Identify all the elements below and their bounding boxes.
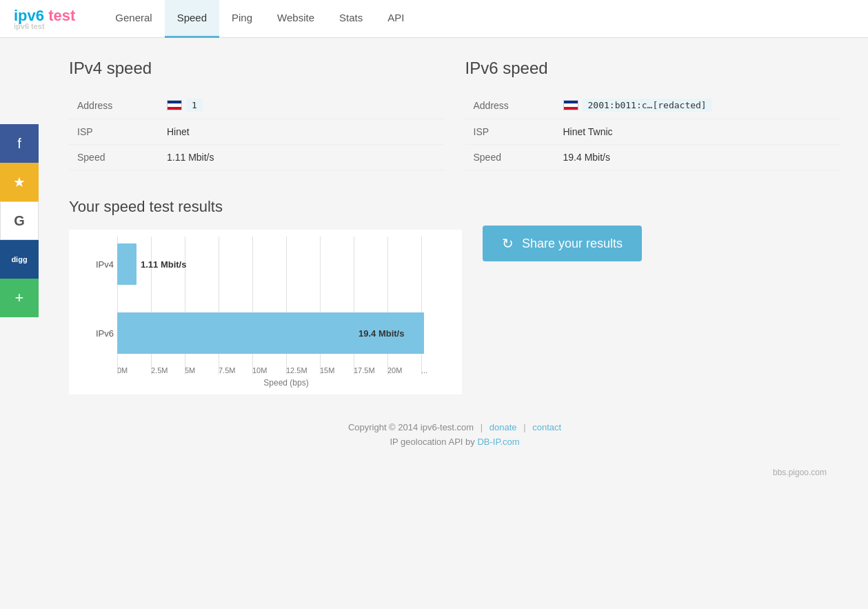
ipv6-speed-row: Speed 19.4 Mbit/s (465, 145, 841, 170)
ipv4-speed-row: Speed 1.11 Mbit/s (69, 145, 445, 170)
chart-side: Your speed test results (69, 198, 462, 395)
nav-website[interactable]: Website (265, 0, 327, 38)
main-content: IPv4 speed Address 1 ISP Hinet (41, 38, 868, 498)
ipv4-address-row: Address 1 (69, 92, 445, 119)
footer-donate-link[interactable]: donate (489, 422, 517, 432)
chart-x-axis: 0M 2.5M 5M 7.5M 10M 12.5M 15M 17.5M 20M … (69, 366, 455, 375)
ipv6-section: IPv6 speed Address 2001:b011:c…[redacted… (465, 59, 841, 170)
x-tick-9: ... (421, 366, 455, 375)
footer-geo-line: IP geolocation API by DB-IP.com (69, 437, 840, 447)
taiwan-flag-ipv6 (563, 100, 578, 110)
x-tick-4: 10M (252, 366, 286, 375)
ipv6-address-row: Address 2001:b011:c…[redacted] (465, 92, 841, 119)
ipv4-isp-value: Hinet (159, 119, 445, 145)
chart-row-ipv4: IPv4 1.11 Mbit/s (117, 243, 455, 285)
ipv6-isp-row: ISP Hinet Twnic (465, 119, 841, 145)
ipv6-speed-value: 19.4 Mbit/s (555, 145, 841, 170)
chart-bar-wrap-ipv6: 19.4 Mbit/s (117, 312, 455, 354)
google-icon: G (14, 213, 25, 229)
chart-bars: IPv4 1.11 Mbit/s IPv6 (69, 237, 455, 361)
ipv4-address-value: 1 (186, 99, 203, 112)
social-sidebar: f ★ G digg + (0, 124, 39, 317)
chart-bar-wrap-ipv4: 1.11 Mbit/s (117, 243, 455, 285)
digg-icon: digg (11, 255, 27, 263)
nav-links: General Speed Ping Website Stats API (103, 0, 416, 38)
footer-contact-link[interactable]: contact (532, 422, 561, 432)
ipv6-address-label: Address (465, 92, 555, 119)
footer-sep1: | (481, 422, 483, 432)
facebook-icon: f (17, 136, 21, 152)
nav-speed[interactable]: Speed (165, 0, 219, 38)
chart-label-ipv6: IPv6 (72, 328, 114, 339)
chart-bar-value-ipv6: 19.4 Mbit/s (359, 328, 404, 339)
footer-copyright-line: Copyright © 2014 ipv6-test.com | donate … (69, 422, 840, 432)
x-tick-6: 15M (320, 366, 354, 375)
ipv6-address-cell: 2001:b011:c…[redacted] (555, 92, 841, 119)
chart-bar-ipv6: 19.4 Mbit/s (117, 312, 424, 354)
ipv6-speed-label: Speed (465, 145, 555, 170)
share-button[interactable]: ↻ Share your results (483, 226, 642, 261)
footer-geo-link[interactable]: DB-IP.com (477, 437, 519, 447)
footer-bottom: bbs.pigoo.com (69, 468, 840, 477)
results-title: Your speed test results (69, 198, 462, 216)
x-tick-0: 0M (117, 366, 151, 375)
x-tick-2: 5M (185, 366, 219, 375)
share-section: ↻ Share your results (483, 198, 840, 261)
ipv6-table: Address 2001:b011:c…[redacted] ISP Hinet… (465, 92, 841, 170)
logo-test: test (44, 7, 75, 24)
ipv4-table: Address 1 ISP Hinet Speed 1.11 Mbit/s (69, 92, 445, 170)
share-icon: ↻ (502, 235, 514, 252)
x-axis-label: Speed (bps) (69, 378, 455, 388)
social-facebook-button[interactable]: f (0, 124, 39, 163)
ipv4-speed-label: Speed (69, 145, 159, 170)
social-bookmark-button[interactable]: ★ (0, 163, 39, 201)
x-tick-1: 2.5M (151, 366, 185, 375)
ipv6-isp-value: Hinet Twnic (555, 119, 841, 145)
ipv4-section: IPv4 speed Address 1 ISP Hinet (69, 59, 445, 170)
plus-icon: + (15, 289, 24, 307)
chart-label-ipv4: IPv4 (72, 259, 114, 270)
chart-row-ipv6: IPv6 19.4 Mbit/s (117, 312, 455, 354)
ipv4-isp-label: ISP (69, 119, 159, 145)
social-more-button[interactable]: + (0, 279, 39, 317)
ipv4-title: IPv4 speed (69, 59, 445, 78)
chart-container: IPv4 1.11 Mbit/s IPv6 (69, 230, 462, 395)
social-digg-button[interactable]: digg (0, 240, 39, 279)
chart-bar-ipv4 (117, 243, 137, 285)
navbar: ipv6 test ipv6 test General Speed Ping W… (0, 0, 868, 38)
x-tick-3: 7.5M (219, 366, 252, 375)
footer: Copyright © 2014 ipv6-test.com | donate … (69, 395, 840, 461)
site-logo: ipv6 test ipv6 test (14, 7, 75, 30)
ipv4-isp-row: ISP Hinet (69, 119, 445, 145)
footer-copyright: Copyright © 2014 ipv6-test.com (348, 422, 474, 432)
ipv6-address-value: 2001:b011:c…[redacted] (583, 99, 712, 112)
star-icon: ★ (13, 174, 26, 190)
taiwan-flag-ipv4 (167, 100, 182, 110)
x-tick-5: 12.5M (286, 366, 320, 375)
social-google-button[interactable]: G (0, 201, 39, 240)
nav-stats[interactable]: Stats (327, 0, 375, 38)
ipv6-title: IPv6 speed (465, 59, 841, 78)
nav-general[interactable]: General (103, 0, 164, 38)
ipv6-isp-label: ISP (465, 119, 555, 145)
ipv4-address-cell: 1 (159, 92, 445, 119)
speed-grid: IPv4 speed Address 1 ISP Hinet (69, 59, 840, 170)
footer-geo-text: IP geolocation API by (390, 437, 474, 447)
x-tick-7: 17.5M (354, 366, 387, 375)
nav-api[interactable]: API (375, 0, 416, 38)
results-section: Your speed test results (69, 198, 840, 395)
x-tick-8: 20M (387, 366, 421, 375)
chart-bar-value-ipv4: 1.11 Mbit/s (141, 259, 186, 270)
nav-ping[interactable]: Ping (219, 0, 265, 38)
ipv4-address-label: Address (69, 92, 159, 119)
share-button-label: Share your results (522, 237, 623, 251)
footer-sep2: | (523, 422, 525, 432)
ipv4-speed-value: 1.11 Mbit/s (159, 145, 445, 170)
